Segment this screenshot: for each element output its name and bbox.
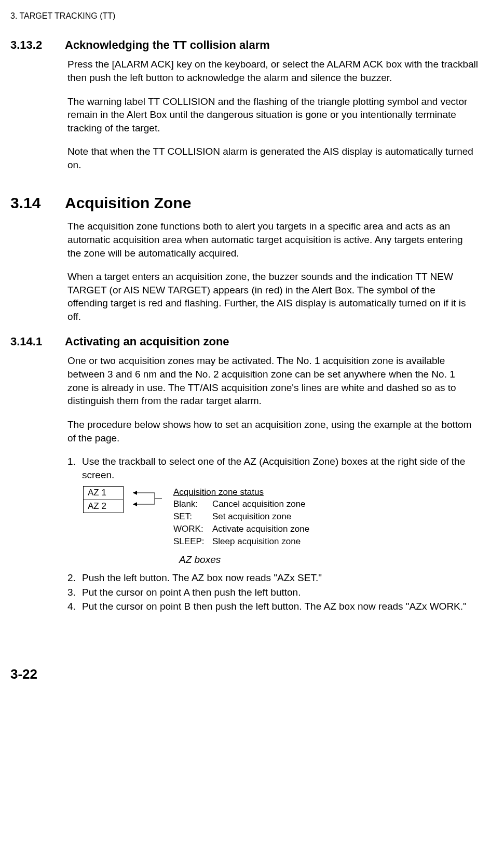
az-status-desc: Set acquisition zone [212, 510, 291, 523]
az-status-desc: Cancel acquisition zone [212, 498, 306, 510]
step-number: 3. [67, 586, 82, 599]
heading-number: 3.14.1 [10, 334, 49, 349]
paragraph: The procedure below shows how to set an … [67, 418, 478, 445]
az-status-label: WORK: [173, 523, 212, 535]
az-2-box: AZ 2 [83, 500, 124, 514]
az-status-table: Acquisition zone status Blank: Cancel ac… [173, 486, 309, 548]
az-boxes-figure: AZ 1 AZ 2 Acquisition zone status Blank:… [83, 486, 478, 567]
paragraph: The acquisition zone functions both to a… [67, 220, 478, 260]
az-status-desc: Sleep acquisition zone [212, 535, 301, 548]
paragraph: Press the [ALARM ACK] key on the keyboar… [67, 58, 478, 84]
paragraph: When a target enters an acquisition zone… [67, 270, 478, 324]
az-status-desc: Activate acquisition zone [212, 523, 309, 535]
heading-number: 3.13.2 [10, 37, 49, 53]
step-item: 2. Push the left button. The AZ box now … [67, 571, 478, 585]
page-number: 3-22 [10, 665, 478, 683]
paragraph: Note that when the TT COLLISION alarm is… [67, 145, 478, 171]
az-status-row: SET: Set acquisition zone [173, 510, 309, 523]
heading-3-13-2: 3.13.2 Acknowledging the TT collision al… [10, 37, 478, 53]
running-header: 3. TARGET TRACKING (TT) [10, 10, 478, 22]
step-item: 4. Put the cursor on point B then push t… [67, 600, 478, 613]
step-text: Use the trackball to select one of the A… [82, 455, 478, 481]
step-item: 3. Put the cursor on point A then push t… [67, 586, 478, 599]
paragraph: One or two acquisition zones may be acti… [67, 354, 478, 408]
step-number: 2. [67, 571, 82, 585]
az-status-label: SLEEP: [173, 535, 212, 548]
az-status-title: Acquisition zone status [173, 486, 309, 499]
step-text: Push the left button. The AZ box now rea… [82, 571, 322, 585]
az-1-box: AZ 1 [83, 486, 124, 500]
leader-arrows-icon [133, 487, 164, 511]
heading-number: 3.14 [10, 193, 49, 214]
heading-3-14-1: 3.14.1 Activating an acquisition zone [10, 334, 478, 349]
step-text: Put the cursor on point B then push the … [82, 600, 467, 613]
step-number: 4. [67, 600, 82, 613]
heading-text: Acknowledging the TT collision alarm [65, 37, 270, 53]
svg-marker-3 [133, 502, 137, 506]
az-box-group: AZ 1 AZ 2 [83, 486, 124, 514]
paragraph: The warning label TT COLLISION and the f… [67, 95, 478, 135]
figure-caption: AZ boxes [179, 553, 478, 567]
az-status-label: Blank: [173, 498, 212, 510]
heading-3-14: 3.14 Acquisition Zone [10, 193, 478, 214]
az-status-row: SLEEP: Sleep acquisition zone [173, 535, 309, 548]
az-status-row: WORK: Activate acquisition zone [173, 523, 309, 535]
heading-text: Acquisition Zone [65, 193, 191, 214]
step-item: 1. Use the trackball to select one of th… [67, 455, 478, 481]
step-text: Put the cursor on point A then push the … [82, 586, 301, 599]
az-status-label: SET: [173, 510, 212, 523]
heading-text: Activating an acquisition zone [65, 334, 229, 349]
az-status-row: Blank: Cancel acquisition zone [173, 498, 309, 510]
step-number: 1. [67, 455, 82, 481]
svg-marker-1 [133, 491, 137, 495]
